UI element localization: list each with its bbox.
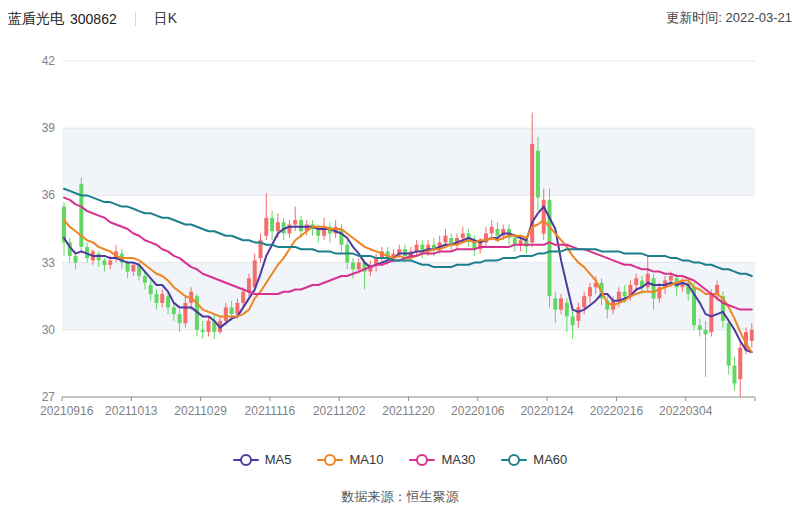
legend-item-ma5[interactable]: MA5: [233, 452, 292, 467]
x-axis-label: 20211220: [382, 404, 435, 418]
y-axis-label: 33: [42, 256, 56, 270]
y-axis-label: 30: [42, 323, 56, 337]
plot-area[interactable]: [62, 61, 755, 397]
legend-item-ma60[interactable]: MA60: [501, 452, 567, 467]
y-axis-label: 42: [42, 54, 56, 68]
legend-marker-icon: [501, 454, 527, 466]
stock-code: 300862: [70, 11, 117, 27]
kline-chart[interactable]: 4239363330272021091620211013202110292021…: [0, 40, 800, 430]
legend-label: MA30: [441, 452, 475, 467]
x-axis-label: 20210916: [40, 404, 94, 418]
x-axis-label: 20220216: [590, 404, 644, 418]
legend-label: MA10: [349, 452, 383, 467]
header-divider: [135, 12, 136, 26]
period-tab-daily-k[interactable]: 日K: [154, 10, 177, 28]
y-axis-label: 36: [42, 188, 56, 202]
legend-label: MA60: [533, 452, 567, 467]
legend-label: MA5: [265, 452, 292, 467]
x-axis-label: 20211116: [245, 404, 296, 418]
update-time: 更新时间: 2022-03-21: [666, 9, 792, 27]
legend-item-ma30[interactable]: MA30: [409, 452, 475, 467]
data-source-label: 数据来源：恒生聚源: [0, 488, 800, 506]
legend-marker-icon: [233, 454, 259, 466]
x-axis-label: 20211202: [313, 404, 366, 418]
header-left: 蓝盾光电 300862 日K: [8, 8, 177, 30]
header: 蓝盾光电 300862 日K 更新时间: 2022-03-21: [0, 8, 800, 34]
x-axis-label: 20211029: [174, 404, 227, 418]
x-axis-label: 20211013: [105, 404, 158, 418]
stock-name: 蓝盾光电: [8, 10, 64, 28]
x-axis-label: 20220106: [451, 404, 505, 418]
x-axis: 2021091620211013202110292021111620211202…: [40, 397, 755, 418]
x-axis-label: 20220124: [520, 404, 574, 418]
legend: MA5MA10MA30MA60: [0, 452, 800, 467]
y-axis-label: 27: [42, 390, 56, 404]
legend-marker-icon: [317, 454, 343, 466]
x-axis-label: 20220304: [659, 404, 713, 418]
y-axis-label: 39: [42, 121, 56, 135]
legend-item-ma10[interactable]: MA10: [317, 452, 383, 467]
legend-marker-icon: [409, 454, 435, 466]
stock-chart-widget: 蓝盾光电 300862 日K 更新时间: 2022-03-21 42393633…: [0, 0, 800, 517]
